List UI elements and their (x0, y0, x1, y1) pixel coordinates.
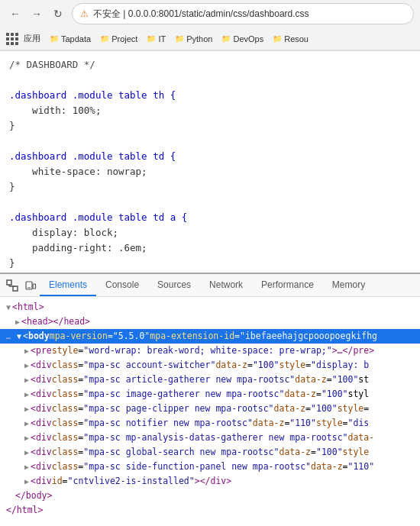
bookmark-label: Project (111, 34, 137, 44)
address-bar[interactable]: ⚠ 不安全 | 0.0.0.0:8001/static/admin/css/da… (72, 3, 414, 24)
bookmark-label: Tapdata (61, 34, 91, 44)
bookmark-label: Python (186, 34, 212, 44)
dom-line-pre[interactable]: ▶ <pre style="word-wrap: break-word; whi… (0, 344, 420, 358)
dom-line-div8[interactable]: ▶ <div class="mpa-sc side-function-panel… (0, 460, 420, 474)
folder-icon: 📁 (100, 34, 109, 43)
collapse-icon[interactable]: ▶ (24, 461, 29, 474)
css-line: } (9, 256, 411, 271)
dom-line-body-selected[interactable]: … ▼ <body mpa-version="5.5.0" mpa-extens… (0, 329, 420, 344)
collapse-icon[interactable]: ▶ (24, 374, 29, 387)
apps-button[interactable]: 应用 (6, 33, 40, 45)
folder-icon: 📁 (221, 34, 231, 43)
css-line: .dashboard .module table td a { (9, 210, 411, 225)
dom-line-div1[interactable]: ▶ <div class="mpa-sc account-switcher" d… (0, 358, 420, 373)
folder-icon: 📁 (147, 34, 156, 43)
collapse-icon[interactable]: ▶ (24, 447, 29, 460)
collapse-icon[interactable]: ▶ (24, 418, 29, 431)
svg-rect-5 (33, 284, 36, 289)
tab-elements[interactable]: Elements (40, 274, 96, 296)
bookmarks-bar: 应用 📁 Tapdata 📁 Project 📁 IT 📁 Python 📁 D… (0, 27, 420, 50)
devtools-dom-content: ▼ <html> ▶ <head></head> … ▼ <body mpa-v… (0, 297, 420, 526)
dom-line-html[interactable]: ▼ <html> (0, 300, 420, 315)
device-toggle-button[interactable] (21, 276, 40, 295)
dom-line-html-close[interactable]: </html> (0, 503, 420, 518)
css-line (9, 73, 411, 88)
bookmark-devops[interactable]: 📁 DevOps (221, 34, 263, 44)
collapse-icon[interactable]: ▼ (17, 331, 21, 344)
tab-performance[interactable]: Performance (252, 274, 323, 296)
folder-icon: 📁 (175, 34, 184, 43)
nav-buttons: ← → ↻ (6, 5, 67, 23)
css-line: .dashboard .module table td { (9, 149, 411, 164)
tab-sources[interactable]: Sources (148, 274, 200, 296)
collapse-icon[interactable]: ▶ (24, 360, 29, 373)
css-line: .dashboard .module table th { (9, 88, 411, 103)
dom-line-div2[interactable]: ▶ <div class="mpa-sc article-gatherer ne… (0, 373, 420, 387)
dom-line-div4[interactable]: ▶ <div class="mpa-sc page-clipper new mp… (0, 402, 420, 416)
svg-rect-0 (7, 280, 11, 285)
bookmark-tapdata[interactable]: 📁 Tapdata (50, 34, 91, 44)
url-text: 不安全 | 0.0.0.0:8001/static/admin/css/dash… (93, 8, 309, 21)
css-line: } (9, 179, 411, 195)
forward-button[interactable]: → (27, 5, 46, 23)
bookmark-it[interactable]: 📁 IT (147, 34, 166, 44)
css-line: /* DASHBOARD */ (9, 57, 411, 73)
dom-line-div9[interactable]: ▶ <div id="cntvlive2-is-installed"></div… (0, 474, 420, 489)
collapse-icon[interactable]: ▶ (24, 345, 29, 358)
folder-icon: 📁 (273, 34, 282, 43)
bookmark-label: DevOps (233, 34, 263, 44)
bookmark-resou[interactable]: 📁 Resou (273, 34, 309, 44)
dom-line-div3[interactable]: ▶ <div class="mpa-sc image-gatherer new … (0, 387, 420, 402)
css-line: display: block; (9, 225, 411, 240)
apps-grid-icon (6, 33, 18, 45)
dom-line-div6[interactable]: ▶ <div class="mpa-sc mp-analysis-datas-g… (0, 431, 420, 445)
back-button[interactable]: ← (6, 5, 24, 23)
top-bar: ← → ↻ ⚠ 不安全 | 0.0.0.0:8001/static/admin/… (0, 0, 420, 27)
bookmark-label: IT (158, 34, 166, 44)
bookmark-python[interactable]: 📁 Python (175, 34, 212, 44)
css-line: } (9, 118, 411, 134)
dom-line-div7[interactable]: ▶ <div class="mpa-sc global-search new m… (0, 445, 420, 460)
svg-rect-1 (13, 286, 18, 291)
dom-line-head[interactable]: ▶ <head></head> (0, 315, 420, 329)
dom-line-div5[interactable]: ▶ <div class="mpa-sc notifier new mpa-ro… (0, 416, 420, 431)
collapse-icon[interactable]: ▶ (24, 403, 29, 416)
tab-console[interactable]: Console (96, 274, 148, 296)
inspect-element-button[interactable] (3, 276, 21, 295)
reload-button[interactable]: ↻ (49, 5, 67, 23)
collapse-icon[interactable]: ▼ (6, 302, 11, 315)
devtools-tabs: Elements Console Sources Network Perform… (40, 274, 417, 296)
folder-icon: 📁 (50, 34, 59, 43)
lock-icon: ⚠ (80, 8, 89, 19)
apps-label: 应用 (24, 33, 40, 44)
collapse-icon[interactable]: ▶ (15, 316, 20, 329)
dom-line-body-close[interactable]: </body> (0, 489, 420, 503)
devtools-toolbar: Elements Console Sources Network Perform… (0, 274, 420, 297)
browser-chrome: ← → ↻ ⚠ 不安全 | 0.0.0.0:8001/static/admin/… (0, 0, 420, 51)
collapse-icon[interactable]: ▶ (24, 476, 29, 489)
bookmark-label: Resou (284, 34, 309, 44)
tab-memory[interactable]: Memory (323, 274, 374, 296)
css-line: width: 100%; (9, 103, 411, 118)
css-line (9, 195, 411, 210)
tab-network[interactable]: Network (200, 274, 252, 296)
css-line (9, 134, 411, 149)
devtools-panel: Elements Console Sources Network Perform… (0, 273, 420, 526)
css-line: padding-right: .6em; (9, 240, 411, 256)
bookmark-project[interactable]: 📁 Project (100, 34, 137, 44)
css-content-area: /* DASHBOARD */ .dashboard .module table… (0, 51, 420, 273)
collapse-icon[interactable]: ▶ (24, 389, 29, 402)
collapse-icon[interactable]: ▶ (24, 432, 29, 445)
css-line: white-space: nowrap; (9, 164, 411, 179)
